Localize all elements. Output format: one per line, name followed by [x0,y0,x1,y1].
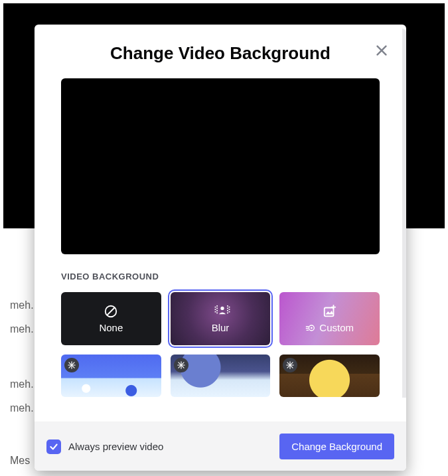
option-label: Blur [212,322,230,333]
svg-rect-9 [216,313,218,314]
change-video-background-modal: Change Video Background VIDEO BACKGROUND… [35,25,406,471]
background-options-row-1: None [61,292,380,345]
add-image-icon [323,304,337,319]
svg-rect-4 [215,309,216,310]
snowflake-icon [64,358,79,372]
background-preset-winter-village[interactable] [61,355,161,397]
svg-point-19 [311,327,313,329]
option-label: Custom [319,322,354,333]
background-preset-fireplace[interactable] [279,355,380,397]
change-background-button[interactable]: Change Background [279,434,394,459]
background-preset-twilight-snow[interactable] [171,355,271,397]
blur-icon [213,304,228,319]
background-option-none[interactable]: None [61,292,161,345]
svg-rect-14 [229,307,230,308]
modal-body: VIDEO BACKGROUND None [35,73,406,422]
background-options-row-2 [61,355,380,397]
modal-title: Change Video Background [61,43,380,64]
video-preview [61,78,380,254]
message-input[interactable]: Mes [10,453,30,468]
checkmark-icon [46,439,61,454]
svg-rect-11 [227,308,228,309]
close-icon [374,43,389,58]
svg-rect-3 [215,307,216,308]
modal-header: Change Video Background [35,25,406,73]
svg-line-1 [108,308,115,315]
svg-rect-13 [227,313,228,314]
option-label: None [99,322,123,333]
svg-rect-16 [229,311,230,313]
svg-rect-5 [215,311,216,313]
close-button[interactable] [372,40,392,60]
checkbox-label: Always preview video [68,441,163,452]
svg-point-2 [220,307,224,310]
always-preview-checkbox[interactable]: Always preview video [46,439,163,454]
video-background-label: VIDEO BACKGROUND [61,272,380,281]
svg-rect-7 [216,308,218,309]
snowflake-icon [174,358,188,372]
background-option-blur[interactable]: Blur [171,292,271,345]
app-window: meh. meh. meh. meh. Mes Change Video Bac… [0,0,448,476]
background-option-custom[interactable]: Custom [279,292,380,345]
snowflake-icon [283,358,297,372]
svg-rect-10 [227,305,228,307]
modal-scrollbar[interactable] [402,29,406,398]
svg-rect-8 [216,310,218,311]
svg-rect-15 [229,309,230,310]
nitro-icon [305,323,316,333]
svg-rect-12 [227,310,228,311]
svg-rect-6 [216,305,218,307]
none-icon [104,304,118,319]
modal-footer: Always preview video Change Background [35,422,406,471]
